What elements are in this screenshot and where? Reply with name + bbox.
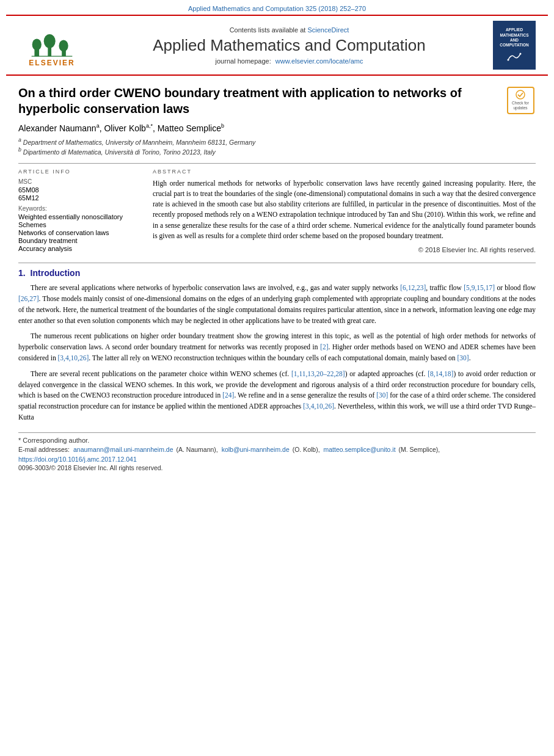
email-semplice-link[interactable]: matteo.semplice@unito.it: [324, 446, 396, 453]
affil-sup-b: b: [18, 147, 21, 153]
badge-label: Check forupdates: [512, 101, 529, 111]
author3-affil-sup: b: [221, 123, 224, 129]
elsevier-tree-icon: [31, 33, 73, 57]
keyword-5: Accuracy analysis: [18, 245, 140, 252]
email-kolb-link[interactable]: kolb@uni-mannheim.de: [222, 446, 290, 453]
ref-3-4-10-26b: [3,4,10,26]: [303, 402, 334, 410]
issn-line: 0096-3003/© 2018 Elsevier Inc. All right…: [18, 464, 536, 471]
ref-24: [24]: [222, 391, 234, 399]
affil-text-b: Dipartimento di Matematica, Università d…: [23, 148, 216, 156]
doi-link[interactable]: https://doi.org/10.1016/j.amc.2017.12.04…: [18, 456, 137, 463]
ref-2: [2]: [320, 343, 328, 351]
elsevier-wordmark: ELSEVIER: [29, 59, 75, 67]
article-title: On a third order CWENO boundary treatmen…: [18, 85, 496, 117]
authors-line: Alexander Naumanna, Oliver Kolba,*, Matt…: [18, 123, 536, 133]
svg-point-9: [516, 90, 525, 99]
ref-8-14-18: [8,14,18]: [428, 370, 453, 377]
intro-number: 1.: [18, 268, 26, 278]
keyword-4: Boundary treatment: [18, 237, 140, 244]
doi-line: https://doi.org/10.1016/j.amc.2017.12.04…: [18, 456, 536, 463]
sciencedirect-link[interactable]: ScienceDirect: [307, 26, 349, 34]
sciencedirect-line: Contents lists available at ScienceDirec…: [86, 26, 493, 34]
star-note-text: * Corresponding author.: [18, 437, 89, 444]
abstract-text: High order numerical methods for network…: [153, 178, 536, 242]
keyword-2: Schemes: [18, 221, 140, 228]
cover-title-text: APPLIEDMATHEMATICSANDCOMPUTATION: [500, 27, 528, 48]
abstract-title: ABSTRACT: [153, 169, 536, 175]
publisher-logo: ELSEVIER: [18, 24, 86, 67]
email-kolb-name: (O. Kolb),: [293, 446, 320, 453]
article-info-column: ARTICLE INFO MSC 65M08 65M12 Keywords: W…: [18, 169, 140, 254]
svg-point-7: [508, 59, 509, 60]
affiliation-a: a Department of Mathematics, University …: [18, 137, 536, 146]
author1-affil-sup: a: [97, 123, 100, 129]
msc-value-1: 65M08: [18, 186, 140, 194]
intro-heading: 1. Introduction: [18, 268, 536, 278]
journal-citation-header: Applied Mathematics and Computation 325 …: [0, 0, 554, 15]
info-abstract-block: ARTICLE INFO MSC 65M08 65M12 Keywords: W…: [18, 169, 536, 254]
ref-1-11-13-20-22-28: [1,11,13,20–22,28]: [291, 370, 345, 377]
homepage-link[interactable]: www.elsevier.com/locate/amc: [275, 57, 363, 65]
svg-point-3: [44, 34, 56, 48]
keyword-3: Networks of conservation laws: [18, 229, 140, 236]
intro-paragraph-1: There are several applications where net…: [18, 283, 536, 326]
email-naumann-name: (A. Naumann),: [176, 446, 217, 453]
section-divider-1: [18, 163, 536, 164]
ref-3-4-10-26: [3,4,10,26]: [58, 354, 89, 362]
affiliation-b: b Dipartimento di Matematica, Università…: [18, 147, 536, 156]
email-naumann-link[interactable]: anaumann@mail.uni-mannheim.de: [73, 446, 173, 453]
svg-point-8: [520, 53, 522, 54]
elsevier-logo-graphic: [24, 24, 79, 57]
main-content-area: On a third order CWENO boundary treatmen…: [0, 76, 554, 484]
affil-sup-a: a: [18, 137, 21, 143]
cover-decorative-icon: [505, 51, 523, 63]
journal-header: ELSEVIER Contents lists available at Sci…: [6, 15, 548, 76]
email-semplice-name: (M. Semplice),: [398, 446, 440, 453]
intro-paragraph-2: The numerous recent publications on high…: [18, 331, 536, 363]
intro-paragraph-3: There are several recent publications on…: [18, 369, 536, 423]
keywords-label: Keywords:: [18, 205, 140, 212]
journal-name-title: Applied Mathematics and Computation: [86, 36, 493, 55]
keyword-1: Weighted essentially nonoscillatory: [18, 213, 140, 220]
author2-affil-sup: a,*: [146, 123, 153, 129]
svg-point-5: [59, 40, 68, 51]
author3-name: Matteo Semplice: [158, 123, 221, 133]
msc-value-2: 65M12: [18, 194, 140, 202]
journal-homepage-line: journal homepage: www.elsevier.com/locat…: [86, 57, 493, 65]
check-updates-badge: Check forupdates: [505, 85, 536, 115]
intro-title: Introduction: [31, 268, 81, 278]
author1-name: Alexander Naumann: [18, 123, 97, 133]
ref-26-27: [26,27]: [18, 295, 39, 302]
svg-point-1: [32, 38, 42, 50]
msc-label: MSC: [18, 178, 140, 185]
copyright-notice: © 2018 Elsevier Inc. All rights reserved…: [153, 246, 536, 253]
abstract-column: ABSTRACT High order numerical methods fo…: [153, 169, 536, 254]
affiliations-block: a Department of Mathematics, University …: [18, 137, 536, 156]
section-divider-2: [18, 263, 536, 263]
ref-6-12-23: [6,12,23]: [400, 284, 426, 291]
ref-30: [30]: [457, 354, 468, 362]
contents-available-text: Contents lists available at: [230, 26, 306, 34]
journal-citation-text: Applied Mathematics and Computation 325 …: [188, 5, 366, 12]
badge-inner: Check forupdates: [507, 87, 534, 114]
author2-name: Oliver Kolb: [104, 123, 145, 133]
ref-5-9-15-17: [5,9,15,17]: [464, 284, 495, 291]
journal-title-block: Contents lists available at ScienceDirec…: [86, 26, 493, 65]
footer-divider: [18, 432, 536, 433]
corresponding-author-note: * Corresponding author.: [18, 437, 536, 444]
badge-icon: [514, 90, 527, 100]
article-info-title: ARTICLE INFO: [18, 169, 140, 175]
email-addresses-line: E-mail addresses: anaumann@mail.uni-mann…: [18, 446, 536, 453]
email-label: E-mail addresses:: [18, 446, 70, 453]
journal-cover-image: APPLIEDMATHEMATICSANDCOMPUTATION: [493, 21, 536, 70]
homepage-label: journal homepage:: [216, 57, 271, 65]
affil-text-a: Department of Mathematics, University of…: [23, 138, 256, 145]
keywords-list: Weighted essentially nonoscillatory Sche…: [18, 213, 140, 252]
ref-30b: [30]: [376, 391, 388, 399]
article-title-section: On a third order CWENO boundary treatmen…: [18, 85, 536, 117]
